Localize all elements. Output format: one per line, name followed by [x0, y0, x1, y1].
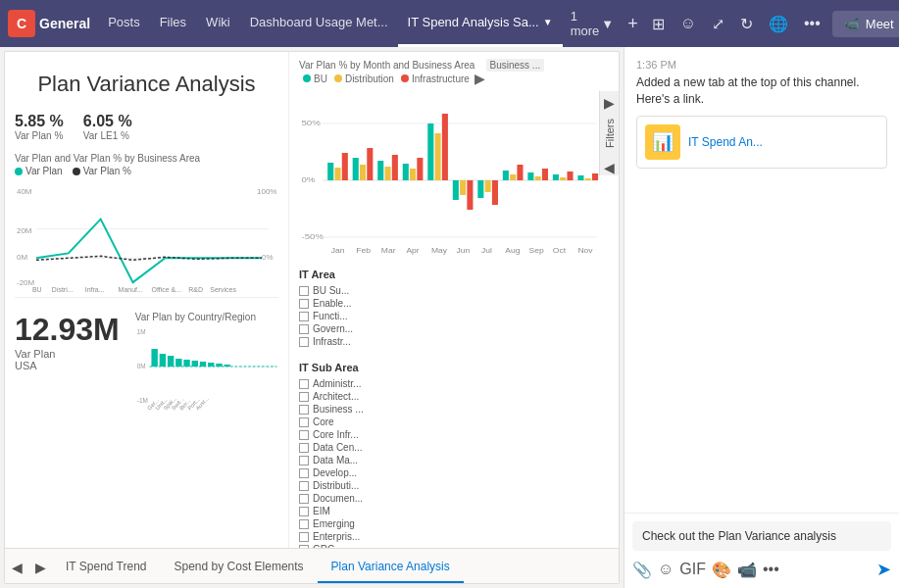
tab-posts[interactable]: Posts — [98, 0, 150, 47]
tab-spend-cost[interactable]: Spend by Cost Elements — [161, 552, 318, 583]
it-sub-area-filter-item[interactable]: Documen... — [299, 492, 609, 505]
svg-rect-59 — [460, 180, 466, 195]
nav-icon-emoji[interactable]: ☺ — [676, 11, 700, 36]
it-area-filter-item[interactable]: Functi... — [299, 310, 609, 322]
tab-it-spend-trend[interactable]: IT Spend Trend — [52, 552, 161, 583]
it-area-filter-item[interactable]: Enable... — [299, 297, 609, 310]
svg-rect-45 — [342, 153, 348, 180]
tab-dashboard[interactable]: Dashboard Usage Met... — [240, 0, 398, 47]
it-sub-area-filter-item[interactable]: Emerging — [299, 517, 609, 530]
embed-card[interactable]: 📊 IT Spend An... — [636, 116, 887, 169]
meet-button[interactable]: 📹 Meet ▼ — [832, 11, 899, 37]
svg-text:50%: 50% — [301, 119, 321, 127]
it-sub-area-filter-item[interactable]: Architect... — [299, 390, 609, 403]
big-kpi-section: 12.93M Var Plan USA Var Plan by Country/… — [15, 312, 278, 413]
svg-text:0%: 0% — [301, 175, 315, 184]
nav-more[interactable]: 1 more ▼ — [563, 9, 623, 38]
svg-rect-66 — [517, 165, 523, 180]
svg-rect-68 — [535, 176, 541, 180]
svg-rect-22 — [175, 359, 181, 367]
nav-icon-refresh[interactable]: ↻ — [736, 11, 757, 37]
it-sub-area-filter-item[interactable]: Data Cen... — [299, 441, 609, 454]
filters-panel[interactable]: ▶ Filters ◀ — [599, 91, 619, 175]
it-sub-area-filter-item[interactable]: Develop... — [299, 466, 609, 479]
svg-rect-75 — [592, 173, 598, 180]
variance-chart-title: Var Plan % by Month and Business Area Bu… — [299, 60, 609, 86]
tab-spend[interactable]: IT Spend Analysis Sa... ▼ — [398, 0, 563, 47]
it-sub-area-filter-item[interactable]: Core Infr... — [299, 428, 609, 441]
svg-rect-58 — [453, 180, 459, 200]
svg-rect-57 — [442, 114, 448, 180]
it-sub-area-filter-item[interactable]: Business ... — [299, 403, 609, 416]
it-sub-area-filter-item[interactable]: EIM — [299, 505, 609, 517]
svg-rect-44 — [334, 168, 340, 180]
svg-text:Aug: Aug — [505, 247, 520, 255]
nav-tabs: Posts Files Wiki Dashboard Usage Met... … — [98, 0, 644, 47]
svg-rect-54 — [417, 158, 423, 180]
svg-rect-20 — [159, 354, 165, 367]
tab-files[interactable]: Files — [150, 0, 196, 47]
it-sub-area-filter-item[interactable]: Data Ma... — [299, 454, 609, 466]
meet-icon[interactable]: 📹 — [737, 561, 757, 579]
it-area-filter-item[interactable]: BU Su... — [299, 284, 609, 297]
country-chart-section: Var Plan by Country/Region 1M 0M -1M — [135, 312, 278, 413]
report-tabs: ◀ ▶ IT Spend Trend Spend by Cost Element… — [5, 548, 619, 583]
more-icon[interactable]: ••• — [763, 561, 779, 578]
svg-rect-19 — [151, 349, 157, 367]
svg-rect-50 — [385, 167, 391, 180]
it-area-section: IT Area BU Su...Enable...Functi...Govern… — [299, 269, 609, 348]
nav-add-tab[interactable]: + — [622, 14, 644, 34]
it-area-filter-item[interactable]: Infrastr... — [299, 335, 609, 348]
svg-rect-70 — [553, 174, 559, 180]
svg-text:May: May — [431, 247, 447, 255]
svg-rect-23 — [183, 360, 189, 367]
tab-next[interactable]: ▶ — [28, 552, 52, 583]
svg-rect-52 — [403, 164, 409, 180]
it-sub-area-filter-item[interactable]: Enterpris... — [299, 530, 609, 543]
report-left: Plan Variance Analysis 5.85 % Var Plan %… — [5, 52, 289, 548]
it-area-filter-item[interactable]: Govern... — [299, 322, 609, 335]
compose-suggestion[interactable]: Check out the Plan Variance analysis — [632, 521, 891, 551]
it-area-filters: BU Su...Enable...Functi...Govern...Infra… — [299, 284, 609, 348]
it-sub-area-filter-item[interactable]: Core — [299, 416, 609, 428]
svg-rect-48 — [367, 148, 373, 180]
svg-text:Sep: Sep — [529, 247, 544, 255]
svg-rect-67 — [527, 172, 533, 180]
tab-prev[interactable]: ◀ — [5, 552, 28, 583]
nav-icon-search[interactable]: ⊞ — [648, 11, 669, 37]
gif-icon[interactable]: GIF — [679, 561, 706, 578]
emoji-icon[interactable]: ☺ — [658, 561, 674, 578]
nav-icon-expand[interactable]: ⤢ — [708, 11, 728, 37]
tab-wiki[interactable]: Wiki — [196, 0, 240, 47]
svg-rect-73 — [577, 175, 583, 180]
svg-text:100%: 100% — [257, 187, 276, 196]
nav-icon-more[interactable]: ••• — [800, 11, 824, 36]
svg-text:Feb: Feb — [356, 247, 371, 255]
svg-rect-51 — [392, 155, 398, 180]
svg-text:20M: 20M — [17, 226, 31, 235]
chat-messages: 1:36 PM Added a new tab at the top of th… — [624, 47, 899, 513]
svg-rect-46 — [353, 158, 359, 180]
chat-compose: Check out the Plan Variance analysis 📎 ☺… — [624, 513, 899, 588]
svg-rect-43 — [327, 163, 333, 180]
sticker-icon[interactable]: 🎨 — [712, 561, 731, 579]
send-button[interactable]: ➤ — [876, 559, 891, 580]
svg-text:0M: 0M — [17, 253, 27, 262]
nav-icon-globe[interactable]: 🌐 — [765, 11, 792, 37]
tab-plan-variance[interactable]: Plan Variance Analysis — [318, 552, 464, 583]
it-sub-area-filter-item[interactable]: Distributi... — [299, 479, 609, 492]
report-panel: Plan Variance Analysis 5.85 % Var Plan %… — [0, 47, 624, 588]
it-sub-area-filter-item[interactable]: Administr... — [299, 377, 609, 390]
svg-text:-1M: -1M — [137, 397, 148, 404]
svg-rect-53 — [410, 169, 416, 180]
legend-var-plan-pct: Var Plan % — [73, 166, 131, 176]
chat-panel: 1:36 PM Added a new tab at the top of th… — [624, 47, 899, 588]
svg-text:Distri...: Distri... — [52, 286, 74, 293]
embed-title[interactable]: IT Spend An... — [688, 135, 763, 149]
svg-rect-47 — [360, 165, 366, 180]
svg-text:Jun: Jun — [456, 247, 470, 255]
attach-icon[interactable]: 📎 — [632, 561, 652, 579]
svg-text:1M: 1M — [137, 328, 146, 335]
svg-text:Services: Services — [210, 286, 236, 293]
svg-text:0M: 0M — [137, 363, 146, 369]
